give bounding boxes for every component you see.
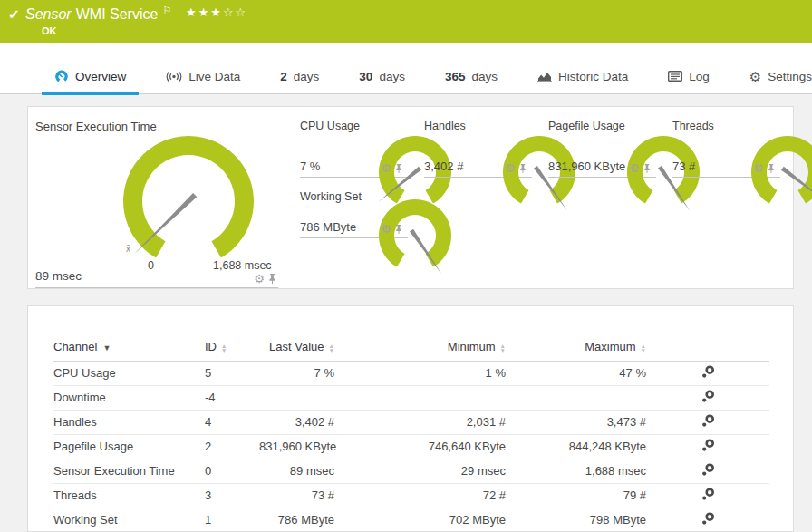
maximum-cell: 47 % — [506, 361, 646, 385]
priority-stars[interactable]: ★★★☆☆ — [186, 5, 247, 19]
minimum-cell — [334, 385, 506, 410]
gauge-value: 3,402 # — [424, 160, 463, 173]
channel-table: Channel▼ ID▲▼ Last Value▲▼ Minimum▲▼ Max… — [53, 334, 769, 532]
last-value-cell: 89 msec — [259, 459, 334, 483]
maximum-cell: 1,688 msec — [506, 459, 646, 483]
table-row[interactable]: CPU Usage 5 7 % 1 % 47 % — [53, 361, 769, 385]
gauge-cell-sensor-execution-time: Sensor Execution Time x̄ 0 1,688 msec 89… — [35, 111, 278, 288]
sort-desc-icon: ▼ — [102, 343, 111, 353]
gauge-settings-gear-icon[interactable]: ⚙ — [505, 162, 516, 174]
channel-settings-icon[interactable] — [701, 488, 715, 501]
gauge-cell-cpu-usage: CPU Usage 7 % ⚙ — [300, 118, 408, 178]
column-header-minimum[interactable]: Minimum▲▼ — [334, 334, 506, 361]
tab-settings[interactable]: ⚙ Settings — [730, 59, 812, 94]
gauge-settings-gear-icon[interactable]: ⚙ — [381, 223, 392, 235]
pin-icon[interactable] — [768, 163, 775, 174]
tab-bar: Overview Live Data 2days 30days 365days … — [0, 59, 812, 94]
column-header-channel[interactable]: Channel▼ — [53, 334, 205, 361]
pin-icon[interactable] — [268, 273, 276, 285]
table-row[interactable]: Downtime -4 — [53, 385, 769, 410]
gauge-icon — [54, 69, 69, 83]
table-row[interactable]: Pagefile Usage 2 831,960 KByte 746,640 K… — [53, 434, 769, 459]
object-type-label: Sensor — [25, 6, 72, 22]
status-badge: OK — [42, 25, 57, 36]
maximum-cell — [506, 385, 646, 410]
column-header-last-value[interactable]: Last Value▲▼ — [259, 334, 334, 361]
page-title: SensorWMI Service⚐ — [25, 5, 171, 23]
column-header-id[interactable]: ID▲▼ — [205, 334, 259, 361]
tab-live-data[interactable]: Live Data — [146, 59, 260, 94]
tab-overview[interactable]: Overview — [34, 59, 146, 94]
last-value-cell: 7 % — [259, 361, 334, 385]
sort-icon: ▲▼ — [329, 343, 334, 353]
channel-id-cell: 2 — [205, 434, 259, 459]
channel-name-cell: Downtime — [53, 385, 205, 410]
channel-name-cell: Sensor Execution Time — [53, 459, 205, 483]
gauges-panel: Sensor Execution Time x̄ 0 1,688 msec 89… — [27, 106, 794, 289]
minimum-cell: 1 % — [334, 361, 506, 385]
maximum-cell: 79 # — [506, 483, 646, 508]
minimum-cell: 702 MByte — [334, 508, 506, 532]
last-value-cell: 73 # — [259, 483, 334, 508]
tab-historic-data[interactable]: Historic Data — [517, 59, 648, 94]
pin-icon[interactable] — [519, 163, 527, 174]
area-chart-icon — [537, 70, 552, 82]
minimum-cell: 746,640 KByte — [334, 434, 506, 459]
table-row[interactable]: Sensor Execution Time 0 89 msec 29 msec … — [53, 459, 769, 483]
svg-text:x̄: x̄ — [126, 244, 130, 254]
channel-name-cell: Handles — [53, 410, 205, 434]
last-value-cell: 786 MByte — [259, 508, 334, 532]
gauge-settings-gear-icon[interactable]: ⚙ — [254, 273, 265, 285]
main-gauge: x̄ — [102, 131, 275, 268]
ok-check-icon: ✔ — [8, 6, 20, 23]
channel-name-cell: Working Set — [53, 508, 205, 532]
channel-settings-icon[interactable] — [701, 365, 715, 379]
pin-icon[interactable] — [395, 224, 402, 235]
table-row[interactable]: Working Set 1 786 MByte 702 MByte 798 MB… — [53, 508, 769, 532]
channel-settings-icon[interactable] — [701, 463, 715, 477]
table-row[interactable]: Threads 3 73 # 72 # 79 # — [53, 483, 769, 508]
pin-icon[interactable] — [643, 163, 651, 174]
gauge-value: 7 % — [300, 160, 320, 173]
tab-log[interactable]: Log — [648, 59, 730, 94]
tab-2-days[interactable]: 2days — [260, 59, 339, 94]
sensor-name: WMI Service — [76, 6, 159, 22]
gauge-settings-gear-icon[interactable]: ⚙ — [381, 162, 392, 174]
gauge-settings-gear-icon[interactable]: ⚙ — [753, 162, 764, 174]
gauge-min-label: 0 — [148, 259, 154, 272]
channel-settings-icon[interactable] — [701, 512, 715, 526]
channel-id-cell: 5 — [205, 361, 259, 385]
maximum-cell: 798 MByte — [506, 508, 646, 532]
sensor-status-header: ✔ SensorWMI Service⚐ ★★★☆☆ OK — [0, 0, 812, 43]
maximum-cell: 3,473 # — [506, 410, 646, 434]
priority-flag-icon[interactable]: ⚐ — [162, 5, 171, 15]
column-header-actions — [646, 334, 769, 361]
gauge-cell-handles: Handles 3,402 # ⚙ — [424, 118, 532, 178]
last-value-cell — [259, 385, 334, 410]
minimum-cell: 29 msec — [334, 459, 506, 483]
gauge-value: 786 MByte — [300, 220, 356, 234]
channel-name-cell: Threads — [53, 483, 205, 508]
channel-id-cell: 1 — [205, 508, 259, 532]
tab-30-days[interactable]: 30days — [339, 59, 425, 94]
channel-name-cell: CPU Usage — [53, 361, 205, 385]
maximum-cell: 844,248 KByte — [506, 434, 646, 459]
table-row[interactable]: Handles 4 3,402 # 2,031 # 3,473 # — [53, 410, 769, 434]
channel-settings-icon[interactable] — [701, 414, 715, 428]
tab-365-days[interactable]: 365days — [425, 59, 517, 94]
gauge-cell-pagefile-usage: Pagefile Usage 831,960 KByte ⚙ — [548, 118, 656, 178]
gear-icon: ⚙ — [749, 70, 761, 83]
small-gauges-grid: CPU Usage 7 % ⚙ Handles 3,402 # ⚙ — [300, 111, 780, 288]
last-value-cell: 831,960 KByte — [259, 434, 334, 459]
channel-settings-icon[interactable] — [701, 390, 715, 403]
pin-icon[interactable] — [395, 163, 402, 174]
column-header-maximum[interactable]: Maximum▲▼ — [506, 334, 646, 361]
gauge-value: 73 # — [672, 160, 695, 173]
gauge-settings-gear-icon[interactable]: ⚙ — [629, 162, 640, 174]
gauge-max-label: 1,688 msec — [213, 259, 272, 272]
sort-icon: ▲▼ — [500, 343, 506, 353]
gauge-value: 89 msec — [35, 269, 82, 283]
gauge-cell-threads: Threads 73 # ⚙ — [672, 118, 780, 178]
channel-settings-icon[interactable] — [701, 439, 715, 452]
channel-id-cell: -4 — [205, 385, 259, 410]
